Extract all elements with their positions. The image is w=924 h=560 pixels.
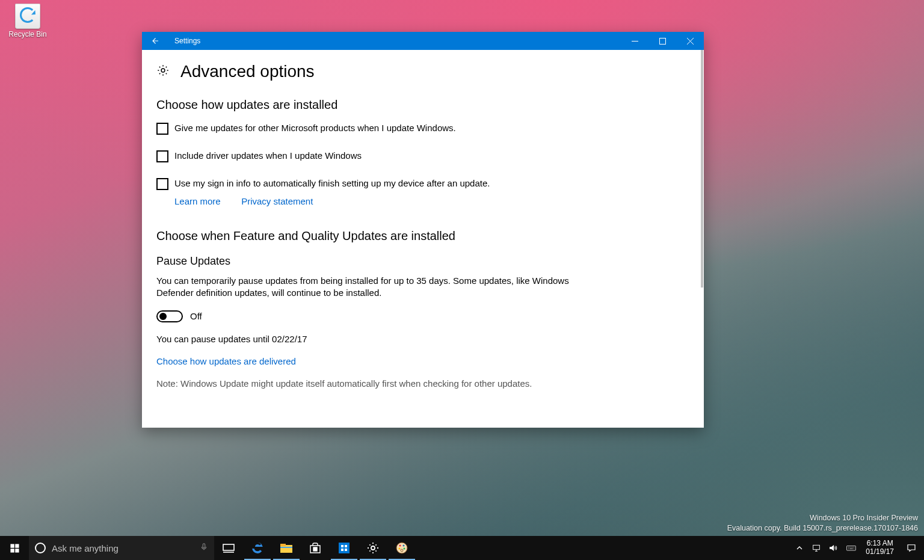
pause-updates-toggle-label: Off (190, 311, 202, 321)
taskbar: Ask me anything 6: (0, 536, 924, 560)
svg-rect-1 (659, 38, 665, 44)
taskbar-app-feedback-hub[interactable] (330, 536, 359, 560)
tray-chevron-up-icon[interactable] (791, 536, 808, 560)
section-pause-heading: Pause Updates (156, 255, 686, 268)
svg-point-25 (404, 548, 405, 550)
update-note-text: Note: Windows Update might update itself… (156, 378, 686, 389)
watermark-line1: Windows 10 Pro Insider Preview (727, 513, 918, 523)
svg-point-23 (399, 545, 401, 547)
titlebar: Settings (142, 32, 704, 50)
svg-rect-28 (813, 545, 820, 549)
taskbar-app-edge[interactable] (243, 536, 272, 560)
svg-rect-20 (345, 549, 347, 551)
recycle-bin-desktop-icon[interactable]: Recycle Bin (5, 4, 51, 38)
svg-rect-13 (316, 547, 318, 549)
cortana-search-box[interactable]: Ask me anything (29, 536, 214, 560)
checkbox-signin-finish-setup-label: Use my sign in info to automatically fin… (174, 178, 490, 188)
svg-rect-3 (10, 544, 14, 547)
tray-keyboard-icon[interactable] (842, 536, 861, 560)
action-center-button[interactable] (899, 543, 924, 553)
cortana-icon (35, 543, 46, 553)
settings-content: Advanced options Choose how updates are … (142, 50, 700, 428)
pause-body-text: You can temporarily pause updates from b… (156, 275, 578, 300)
svg-rect-16 (339, 543, 350, 553)
recycle-bin-label: Recycle Bin (8, 30, 46, 38)
checkbox-other-ms-products[interactable] (156, 123, 168, 135)
svg-point-26 (399, 548, 401, 550)
privacy-statement-link[interactable]: Privacy statement (241, 196, 313, 206)
learn-more-link[interactable]: Learn more (174, 196, 221, 206)
svg-rect-18 (345, 545, 347, 547)
section-how-installed-heading: Choose how updates are installed (156, 98, 686, 112)
window-title: Settings (167, 37, 621, 45)
svg-rect-19 (341, 549, 343, 551)
search-placeholder: Ask me anything (52, 543, 194, 553)
back-button[interactable] (142, 32, 167, 50)
maximize-button[interactable] (648, 32, 676, 50)
start-button[interactable] (0, 536, 29, 560)
taskbar-app-file-explorer[interactable] (272, 536, 301, 560)
svg-rect-12 (313, 547, 315, 549)
svg-rect-10 (280, 544, 286, 546)
taskbar-clock[interactable]: 6:13 AM 01/19/17 (861, 540, 899, 556)
microphone-icon[interactable] (200, 541, 208, 555)
tray-volume-icon[interactable] (825, 536, 842, 560)
watermark-line2: Evaluation copy. Build 15007.rs_prerelea… (727, 523, 918, 534)
svg-point-27 (401, 549, 403, 552)
svg-point-21 (371, 546, 375, 550)
svg-rect-6 (15, 549, 19, 552)
svg-point-2 (161, 69, 165, 72)
svg-rect-17 (341, 545, 343, 547)
clock-time: 6:13 AM (867, 540, 893, 548)
tray-vm-tools-icon[interactable] (808, 536, 825, 560)
svg-rect-5 (10, 549, 14, 552)
minimize-button[interactable] (621, 32, 648, 50)
clock-date: 01/19/17 (866, 548, 894, 556)
svg-rect-14 (313, 550, 315, 552)
svg-rect-15 (316, 550, 318, 552)
checkbox-driver-updates-label: Include driver updates when I update Win… (174, 150, 362, 161)
svg-rect-29 (847, 546, 856, 550)
svg-rect-11 (280, 547, 292, 548)
svg-point-24 (403, 545, 405, 547)
section-when-installed-heading: Choose when Feature and Quality Updates … (156, 229, 686, 243)
scrollbar[interactable] (700, 50, 704, 428)
svg-rect-4 (15, 544, 19, 547)
taskbar-app-paint[interactable] (387, 536, 416, 560)
svg-rect-7 (203, 544, 205, 548)
pause-until-text: You can pause updates until 02/22/17 (156, 333, 578, 345)
settings-window: Settings Advanced options (142, 32, 704, 428)
svg-rect-8 (223, 544, 234, 550)
pause-updates-toggle[interactable] (156, 310, 183, 322)
choose-delivery-link[interactable]: Choose how updates are delivered (156, 356, 296, 366)
page-title: Advanced options (180, 62, 315, 81)
task-view-button[interactable] (214, 536, 243, 560)
taskbar-app-settings[interactable] (359, 536, 387, 560)
close-button[interactable] (676, 32, 704, 50)
taskbar-app-store[interactable] (301, 536, 330, 560)
checkbox-other-ms-products-label: Give me updates for other Microsoft prod… (174, 123, 456, 133)
checkbox-signin-finish-setup[interactable] (156, 178, 168, 190)
recycle-bin-icon (15, 4, 40, 29)
checkbox-driver-updates[interactable] (156, 150, 168, 162)
gear-icon (156, 64, 170, 79)
desktop-watermark: Windows 10 Pro Insider Preview Evaluatio… (727, 513, 918, 534)
